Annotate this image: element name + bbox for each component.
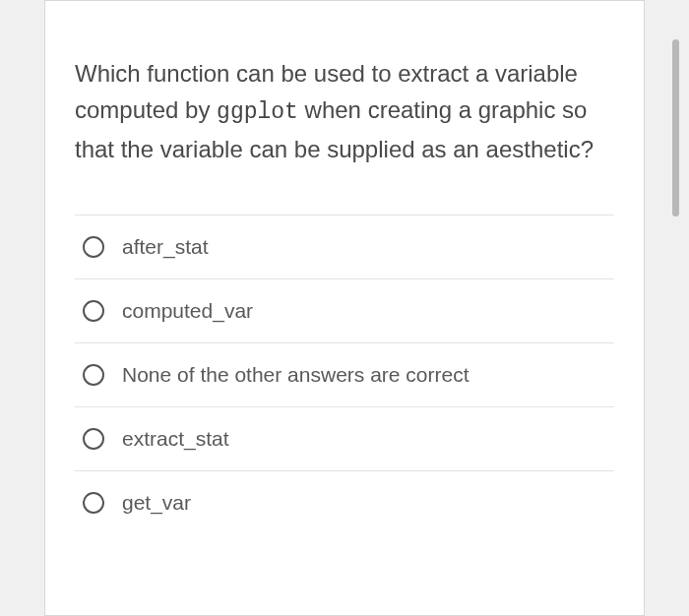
option-2[interactable]: None of the other answers are correct <box>75 342 614 406</box>
radio-icon[interactable] <box>83 492 104 514</box>
option-label: after_stat <box>122 235 209 259</box>
radio-icon[interactable] <box>83 364 104 386</box>
scrollbar-thumb[interactable] <box>672 39 679 216</box>
radio-icon[interactable] <box>83 236 104 258</box>
question-code: ggplot <box>217 99 298 125</box>
option-label: None of the other answers are correct <box>122 363 470 387</box>
radio-icon[interactable] <box>83 428 104 450</box>
radio-icon[interactable] <box>83 300 104 322</box>
option-label: get_var <box>122 491 191 515</box>
option-label: computed_var <box>122 299 253 323</box>
option-0[interactable]: after_stat <box>75 215 614 278</box>
scrollbar-track[interactable] <box>671 0 679 616</box>
option-3[interactable]: extract_stat <box>75 406 614 470</box>
question-card: Which function can be used to extract a … <box>44 0 645 616</box>
question-text: Which function can be used to extract a … <box>75 55 614 167</box>
options-list: after_stat computed_var None of the othe… <box>75 215 614 534</box>
option-label: extract_stat <box>122 427 229 451</box>
option-4[interactable]: get_var <box>75 470 614 534</box>
option-1[interactable]: computed_var <box>75 278 614 342</box>
